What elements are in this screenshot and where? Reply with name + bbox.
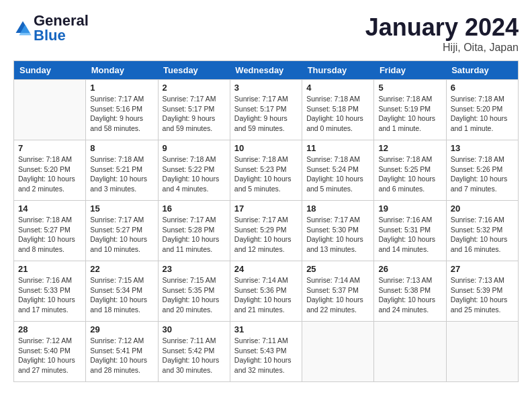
week-row-3: 14Sunrise: 7:18 AM Sunset: 5:27 PM Dayli… — [14, 201, 519, 261]
day-cell-28: 28Sunrise: 7:12 AM Sunset: 5:40 PM Dayli… — [14, 322, 86, 382]
day-number: 23 — [163, 264, 226, 274]
day-info: Sunrise: 7:18 AM Sunset: 5:21 PM Dayligh… — [90, 154, 153, 194]
day-info: Sunrise: 7:11 AM Sunset: 5:43 PM Dayligh… — [234, 336, 298, 375]
day-number: 6 — [451, 83, 514, 93]
day-number: 25 — [306, 264, 369, 274]
title-block: January 2024 Hiji, Oita, Japan — [365, 13, 519, 54]
day-header-saturday: Saturday — [446, 61, 518, 80]
day-cell-13: 13Sunrise: 7:18 AM Sunset: 5:26 PM Dayli… — [446, 140, 518, 201]
day-cell-30: 30Sunrise: 7:11 AM Sunset: 5:42 PM Dayli… — [158, 322, 230, 382]
day-info: Sunrise: 7:18 AM Sunset: 5:19 PM Dayligh… — [378, 94, 441, 134]
day-cell-22: 22Sunrise: 7:15 AM Sunset: 5:34 PM Dayli… — [86, 261, 158, 322]
empty-cell — [374, 322, 446, 382]
day-info: Sunrise: 7:16 AM Sunset: 5:31 PM Dayligh… — [378, 215, 441, 255]
day-info: Sunrise: 7:18 AM Sunset: 5:24 PM Dayligh… — [306, 154, 369, 194]
day-cell-1: 1Sunrise: 7:17 AM Sunset: 5:16 PM Daylig… — [86, 80, 158, 140]
calendar-table: SundayMondayTuesdayWednesdayThursdayFrid… — [13, 60, 519, 382]
day-info: Sunrise: 7:12 AM Sunset: 5:41 PM Dayligh… — [90, 336, 153, 375]
day-number: 3 — [234, 83, 298, 93]
day-cell-23: 23Sunrise: 7:15 AM Sunset: 5:35 PM Dayli… — [158, 261, 230, 322]
day-number: 31 — [234, 324, 298, 334]
day-cell-25: 25Sunrise: 7:14 AM Sunset: 5:37 PM Dayli… — [302, 261, 374, 322]
day-cell-21: 21Sunrise: 7:16 AM Sunset: 5:33 PM Dayli… — [14, 261, 86, 322]
day-info: Sunrise: 7:17 AM Sunset: 5:16 PM Dayligh… — [90, 94, 153, 134]
day-info: Sunrise: 7:15 AM Sunset: 5:34 PM Dayligh… — [90, 275, 153, 315]
day-number: 11 — [306, 143, 369, 153]
page-header: General Blue January 2024 Hiji, Oita, Ja… — [13, 13, 519, 54]
day-info: Sunrise: 7:17 AM Sunset: 5:30 PM Dayligh… — [306, 215, 369, 255]
empty-cell — [446, 322, 518, 382]
day-number: 5 — [378, 83, 441, 93]
day-number: 24 — [234, 264, 298, 274]
day-cell-11: 11Sunrise: 7:18 AM Sunset: 5:24 PM Dayli… — [302, 140, 374, 201]
day-number: 20 — [451, 203, 514, 214]
day-cell-8: 8Sunrise: 7:18 AM Sunset: 5:21 PM Daylig… — [86, 140, 158, 201]
day-info: Sunrise: 7:18 AM Sunset: 5:20 PM Dayligh… — [18, 154, 81, 194]
empty-cell — [302, 322, 374, 382]
day-number: 8 — [90, 143, 153, 153]
day-number: 21 — [18, 264, 81, 274]
week-row-2: 7Sunrise: 7:18 AM Sunset: 5:20 PM Daylig… — [14, 140, 519, 201]
day-header-tuesday: Tuesday — [158, 61, 230, 80]
day-number: 19 — [378, 203, 441, 214]
calendar-body: 1Sunrise: 7:17 AM Sunset: 5:16 PM Daylig… — [14, 80, 519, 382]
day-number: 2 — [163, 83, 226, 93]
day-number: 22 — [90, 264, 153, 274]
day-info: Sunrise: 7:18 AM Sunset: 5:20 PM Dayligh… — [451, 94, 514, 134]
month-title: January 2024 — [365, 13, 519, 42]
day-info: Sunrise: 7:13 AM Sunset: 5:39 PM Dayligh… — [451, 275, 514, 315]
day-info: Sunrise: 7:16 AM Sunset: 5:32 PM Dayligh… — [451, 215, 514, 255]
day-number: 12 — [378, 143, 441, 153]
day-info: Sunrise: 7:14 AM Sunset: 5:37 PM Dayligh… — [306, 275, 369, 315]
day-cell-20: 20Sunrise: 7:16 AM Sunset: 5:32 PM Dayli… — [446, 201, 518, 261]
logo: General Blue — [13, 13, 89, 43]
day-number: 28 — [18, 324, 81, 334]
day-info: Sunrise: 7:15 AM Sunset: 5:35 PM Dayligh… — [163, 275, 226, 315]
day-cell-5: 5Sunrise: 7:18 AM Sunset: 5:19 PM Daylig… — [374, 80, 446, 140]
day-info: Sunrise: 7:18 AM Sunset: 5:18 PM Dayligh… — [306, 94, 369, 134]
day-info: Sunrise: 7:18 AM Sunset: 5:27 PM Dayligh… — [18, 215, 81, 255]
day-number: 29 — [90, 324, 153, 334]
day-info: Sunrise: 7:18 AM Sunset: 5:23 PM Dayligh… — [234, 154, 298, 194]
day-number: 9 — [163, 143, 226, 153]
empty-cell — [14, 80, 86, 140]
day-info: Sunrise: 7:16 AM Sunset: 5:33 PM Dayligh… — [18, 275, 81, 315]
logo-icon — [13, 19, 32, 38]
day-info: Sunrise: 7:17 AM Sunset: 5:27 PM Dayligh… — [90, 215, 153, 255]
day-cell-31: 31Sunrise: 7:11 AM Sunset: 5:43 PM Dayli… — [230, 322, 302, 382]
day-number: 4 — [306, 83, 369, 93]
day-info: Sunrise: 7:13 AM Sunset: 5:38 PM Dayligh… — [378, 275, 441, 315]
day-number: 7 — [18, 143, 81, 153]
day-number: 14 — [18, 203, 81, 214]
week-row-5: 28Sunrise: 7:12 AM Sunset: 5:40 PM Dayli… — [14, 322, 519, 382]
day-cell-4: 4Sunrise: 7:18 AM Sunset: 5:18 PM Daylig… — [302, 80, 374, 140]
day-cell-9: 9Sunrise: 7:18 AM Sunset: 5:22 PM Daylig… — [158, 140, 230, 201]
day-number: 27 — [451, 264, 514, 274]
day-header-sunday: Sunday — [14, 61, 86, 80]
header-row: SundayMondayTuesdayWednesdayThursdayFrid… — [14, 61, 519, 80]
day-cell-10: 10Sunrise: 7:18 AM Sunset: 5:23 PM Dayli… — [230, 140, 302, 201]
day-header-wednesday: Wednesday — [230, 61, 302, 80]
day-cell-2: 2Sunrise: 7:17 AM Sunset: 5:17 PM Daylig… — [158, 80, 230, 140]
day-number: 17 — [234, 203, 298, 214]
day-cell-16: 16Sunrise: 7:17 AM Sunset: 5:28 PM Dayli… — [158, 201, 230, 261]
day-cell-17: 17Sunrise: 7:17 AM Sunset: 5:29 PM Dayli… — [230, 201, 302, 261]
week-row-1: 1Sunrise: 7:17 AM Sunset: 5:16 PM Daylig… — [14, 80, 519, 140]
day-info: Sunrise: 7:14 AM Sunset: 5:36 PM Dayligh… — [234, 275, 298, 315]
day-cell-15: 15Sunrise: 7:17 AM Sunset: 5:27 PM Dayli… — [86, 201, 158, 261]
location: Hiji, Oita, Japan — [365, 42, 519, 54]
day-info: Sunrise: 7:12 AM Sunset: 5:40 PM Dayligh… — [18, 336, 81, 375]
day-number: 16 — [163, 203, 226, 214]
day-info: Sunrise: 7:18 AM Sunset: 5:22 PM Dayligh… — [163, 154, 226, 194]
day-cell-26: 26Sunrise: 7:13 AM Sunset: 5:38 PM Dayli… — [374, 261, 446, 322]
day-cell-27: 27Sunrise: 7:13 AM Sunset: 5:39 PM Dayli… — [446, 261, 518, 322]
day-number: 10 — [234, 143, 298, 153]
day-cell-24: 24Sunrise: 7:14 AM Sunset: 5:36 PM Dayli… — [230, 261, 302, 322]
day-cell-14: 14Sunrise: 7:18 AM Sunset: 5:27 PM Dayli… — [14, 201, 86, 261]
day-cell-12: 12Sunrise: 7:18 AM Sunset: 5:25 PM Dayli… — [374, 140, 446, 201]
day-info: Sunrise: 7:17 AM Sunset: 5:29 PM Dayligh… — [234, 215, 298, 255]
day-number: 15 — [90, 203, 153, 214]
day-number: 13 — [451, 143, 514, 153]
logo-text: General Blue — [34, 13, 89, 43]
day-cell-3: 3Sunrise: 7:17 AM Sunset: 5:17 PM Daylig… — [230, 80, 302, 140]
